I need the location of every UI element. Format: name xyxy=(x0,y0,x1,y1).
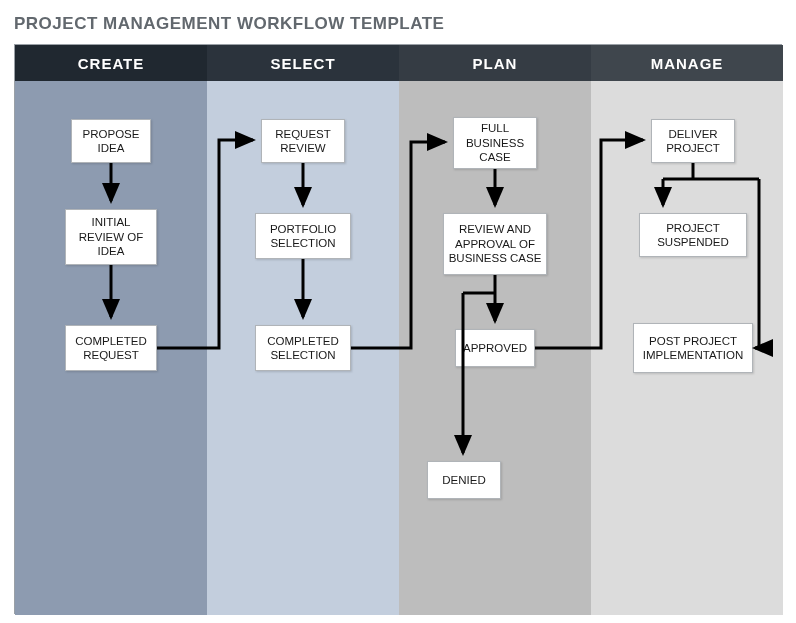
box-approved: APPROVED xyxy=(455,329,535,367)
box-project-suspended: PROJECT SUSPENDED xyxy=(639,213,747,257)
column-header-manage: MANAGE xyxy=(591,45,783,81)
column-header-select: SELECT xyxy=(207,45,399,81)
box-post-project: POST PROJECT IMPLEMENTATION xyxy=(633,323,753,373)
box-portfolio-selection: PORTFOLIO SELECTION xyxy=(255,213,351,259)
column-header-plan: PLAN xyxy=(399,45,591,81)
box-propose-idea: PROPOSE IDEA xyxy=(71,119,151,163)
box-completed-selection: COMPLETED SELECTION xyxy=(255,325,351,371)
box-request-review: REQUEST REVIEW xyxy=(261,119,345,163)
column-header-create: CREATE xyxy=(15,45,207,81)
box-review-approval: REVIEW AND APPROVAL OF BUSINESS CASE xyxy=(443,213,547,275)
box-completed-request: COMPLETED REQUEST xyxy=(65,325,157,371)
box-deliver-project: DELIVER PROJECT xyxy=(651,119,735,163)
workflow-diagram: CREATE SELECT PLAN MANAGE PROPOSE IDEA I… xyxy=(14,44,782,614)
box-initial-review: INITIAL REVIEW OF IDEA xyxy=(65,209,157,265)
box-full-business-case: FULL BUSINESS CASE xyxy=(453,117,537,169)
page-title: PROJECT MANAGEMENT WORKFLOW TEMPLATE xyxy=(14,14,782,34)
box-denied: DENIED xyxy=(427,461,501,499)
